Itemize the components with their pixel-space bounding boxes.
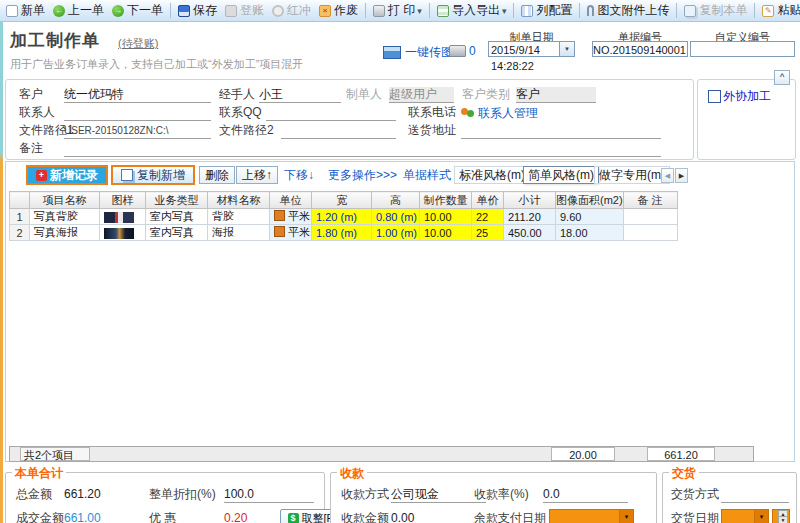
one-key-upload-link[interactable]: 一键传图 xyxy=(383,44,453,61)
unit-label: 平米 xyxy=(288,226,310,238)
height-cell[interactable]: 1.00 (m) xyxy=(372,225,420,241)
item-name-cell[interactable]: 写真海报 xyxy=(30,225,100,241)
col-unit[interactable]: 单位 xyxy=(270,192,312,209)
prev-order-button[interactable]: 上一单 xyxy=(49,1,108,20)
print-button[interactable]: 打 印 xyxy=(369,1,426,20)
note-cell[interactable] xyxy=(623,225,677,241)
discount-field[interactable]: 100.0 xyxy=(224,487,314,503)
contact-field[interactable] xyxy=(64,105,211,121)
col-height[interactable]: 高 xyxy=(372,192,420,209)
material-cell[interactable]: 海报 xyxy=(208,225,270,241)
delivery-address-field[interactable] xyxy=(461,123,661,139)
delivery-method-field[interactable] xyxy=(721,487,789,503)
add-record-button[interactable]: 新增记录 xyxy=(26,165,108,185)
width-cell[interactable]: 1.80 (m) xyxy=(312,225,372,241)
maker-label: 制单人 xyxy=(346,87,382,102)
order-date-field[interactable]: 2015/9/14 14:28:22 xyxy=(488,41,575,57)
style-signage-button[interactable]: 做字专用(m) xyxy=(594,166,670,184)
item-thumbnail[interactable] xyxy=(104,212,134,223)
combo-dropdown-button[interactable] xyxy=(754,510,768,523)
col-item-name[interactable]: 项目名称 xyxy=(30,192,100,209)
delivery-date-spinner[interactable] xyxy=(772,509,790,523)
col-width[interactable]: 宽 xyxy=(312,192,372,209)
file-path1-field[interactable]: USER-20150128ZN:C:\ xyxy=(64,123,211,139)
col-rownum[interactable] xyxy=(10,192,30,209)
file-path2-field[interactable] xyxy=(281,123,396,139)
unit-cell[interactable]: 平米 xyxy=(270,209,312,225)
contact-manager-link[interactable]: 联系人管理 xyxy=(478,105,538,122)
note-cell[interactable] xyxy=(623,209,677,225)
toolbar-separator xyxy=(754,3,755,18)
item-name-cell[interactable]: 写真背胶 xyxy=(30,209,100,225)
col-biz-type[interactable]: 业务类型 xyxy=(146,192,208,209)
subtotal-cell: 450.00 xyxy=(504,225,556,241)
balance-date-combo[interactable] xyxy=(549,509,634,523)
order-no-field[interactable]: NO.201509140001 xyxy=(592,41,688,57)
customer-field[interactable]: 统一优玛特 xyxy=(64,87,211,103)
style-standard-button[interactable]: 标准风格(m) xyxy=(454,166,530,184)
price-cell[interactable]: 25 xyxy=(472,225,504,241)
date-dropdown-button[interactable] xyxy=(559,42,574,56)
favor-field[interactable]: 0.20 xyxy=(224,511,274,523)
col-material[interactable]: 材料名称 xyxy=(208,192,270,209)
move-up-button[interactable]: 上移↑ xyxy=(236,166,278,184)
col-image-area[interactable]: 图像面积(m2) xyxy=(556,192,624,209)
remark-field[interactable] xyxy=(64,141,661,157)
delivery-date-combo[interactable] xyxy=(721,509,769,523)
void-button[interactable]: 作废 xyxy=(315,1,362,20)
width-cell[interactable]: 1.20 (m) xyxy=(312,209,372,225)
item-thumbnail[interactable] xyxy=(104,228,134,239)
copy-add-button[interactable]: 复制新增 xyxy=(111,165,195,185)
copy-order-button[interactable]: 复制本单 xyxy=(680,1,751,20)
attachment-upload-button[interactable]: 图文附件上传 xyxy=(583,1,673,20)
payment-amount-field[interactable]: 0.00 xyxy=(391,511,486,523)
biz-type-cell[interactable]: 室内写真 xyxy=(146,225,208,241)
payment-rate-field[interactable]: 0.0 xyxy=(543,487,628,503)
col-subtotal[interactable]: 小计 xyxy=(504,192,556,209)
import-export-button[interactable]: 导入导出 xyxy=(433,1,511,20)
collapse-panel-button[interactable] xyxy=(774,70,790,85)
col-price[interactable]: 单价 xyxy=(472,192,504,209)
delete-row-button[interactable]: 删除 xyxy=(199,166,235,184)
custom-no-field[interactable] xyxy=(690,41,795,57)
post-ledger-button[interactable]: 登账 xyxy=(221,1,268,20)
scroll-left-button[interactable] xyxy=(661,168,674,183)
style-simple-button[interactable]: 简单风格(m) xyxy=(523,166,599,184)
table-row[interactable]: 1 写真背胶 室内写真 背胶 平米 1.20 (m) 0.80 (m) 10.0… xyxy=(10,209,678,225)
material-cell[interactable]: 背胶 xyxy=(208,209,270,225)
payment-method-field[interactable]: 公司现金 xyxy=(391,487,486,503)
totals-legend: 本单合计 xyxy=(12,465,66,482)
biz-type-cell[interactable]: 室内写真 xyxy=(146,209,208,225)
doc-style-link[interactable]: 单据样式 xyxy=(401,166,453,184)
qty-cell[interactable]: 10.00 xyxy=(420,225,472,241)
print-count-icon[interactable] xyxy=(449,45,466,57)
column-config-button[interactable]: 列配置 xyxy=(517,1,576,20)
deal-amount-field[interactable]: 661.00 xyxy=(64,511,142,523)
toolbar-label: 登账 xyxy=(240,2,264,19)
save-button[interactable]: 保存 xyxy=(174,1,221,20)
handler-field[interactable]: 小王 xyxy=(259,87,341,103)
page-title: 加工制作单 xyxy=(10,29,100,52)
unit-cell[interactable]: 平米 xyxy=(270,225,312,241)
col-note[interactable]: 备 注 xyxy=(623,192,677,209)
table-row[interactable]: 2 写真海报 室内写真 海报 平米 1.80 (m) 1.00 (m) 10.0… xyxy=(10,225,678,241)
scroll-right-button[interactable] xyxy=(675,168,688,183)
status-badge[interactable]: (待登账) xyxy=(118,36,158,51)
height-cell[interactable]: 0.80 (m) xyxy=(372,209,420,225)
qty-cell[interactable]: 10.00 xyxy=(420,209,472,225)
file-path2-label: 文件路径2 xyxy=(219,123,274,138)
price-cell[interactable]: 22 xyxy=(472,209,504,225)
move-down-link[interactable]: 下移↓ xyxy=(282,166,316,184)
paste-screenshot-button[interactable]: 粘贴截图 xyxy=(758,1,800,20)
outsource-checkbox[interactable] xyxy=(708,90,721,103)
col-qty[interactable]: 制作数量 xyxy=(420,192,472,209)
toolbar-label: 下一单 xyxy=(127,2,163,19)
payment-legend: 收款 xyxy=(337,465,367,482)
col-picture[interactable]: 图样 xyxy=(100,192,146,209)
more-actions-link[interactable]: 更多操作>>> xyxy=(326,166,399,184)
new-order-button[interactable]: 新单 xyxy=(2,1,49,20)
combo-dropdown-button[interactable] xyxy=(619,510,633,523)
contact-qq-field[interactable] xyxy=(266,105,396,121)
next-order-button[interactable]: 下一单 xyxy=(108,1,167,20)
red-flush-button[interactable]: 红冲 xyxy=(268,1,315,20)
